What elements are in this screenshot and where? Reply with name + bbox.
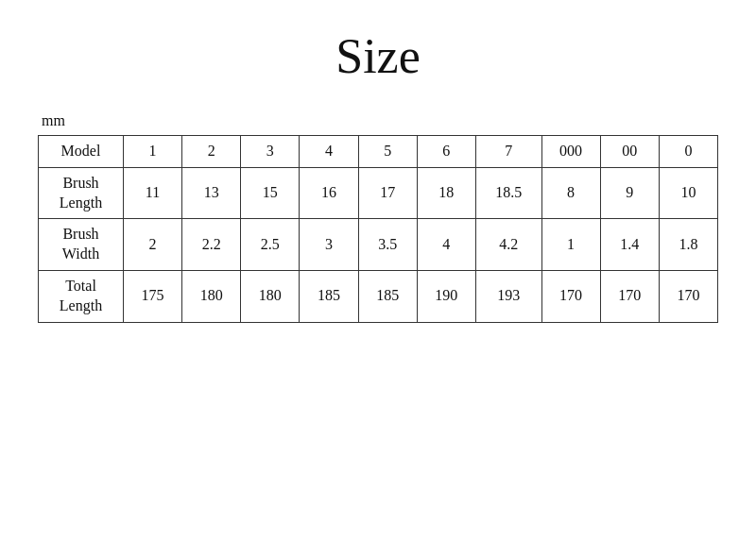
cell-row2-col9: 170 bbox=[659, 270, 717, 322]
cell-row1-col7: 1 bbox=[541, 219, 600, 271]
cell-row2-col0: 175 bbox=[124, 270, 182, 322]
cell-row1-col0: 2 bbox=[124, 219, 182, 271]
cell-row2-col7: 170 bbox=[541, 270, 600, 322]
cell-row2-col6: 193 bbox=[475, 270, 541, 322]
cell-row1-col5: 4 bbox=[417, 219, 475, 271]
column-header-5: 5 bbox=[358, 136, 417, 168]
cell-row0-col1: 13 bbox=[182, 167, 241, 219]
row-header-2: Total Length bbox=[39, 270, 124, 322]
cell-row2-col4: 185 bbox=[358, 270, 417, 322]
column-header-3: 3 bbox=[241, 136, 300, 168]
unit-label: mm bbox=[38, 112, 718, 129]
column-header-0: 0 bbox=[659, 136, 717, 168]
column-header-7: 7 bbox=[475, 136, 541, 168]
cell-row0-col8: 9 bbox=[600, 167, 659, 219]
cell-row2-col2: 180 bbox=[241, 270, 300, 322]
cell-row1-col4: 3.5 bbox=[358, 219, 417, 271]
cell-row0-col5: 18 bbox=[417, 167, 475, 219]
cell-row0-col7: 8 bbox=[541, 167, 600, 219]
cell-row1-col2: 2.5 bbox=[241, 219, 300, 271]
size-table: Model1234567000000Brush Length1113151617… bbox=[38, 135, 718, 323]
column-header-6: 6 bbox=[417, 136, 475, 168]
cell-row0-col2: 15 bbox=[241, 167, 300, 219]
column-header-4: 4 bbox=[300, 136, 358, 168]
cell-row0-col6: 18.5 bbox=[475, 167, 541, 219]
cell-row2-col1: 180 bbox=[182, 270, 241, 322]
column-header-2: 2 bbox=[182, 136, 241, 168]
cell-row1-col8: 1.4 bbox=[600, 219, 659, 271]
cell-row1-col3: 3 bbox=[300, 219, 358, 271]
column-header-00: 00 bbox=[600, 136, 659, 168]
cell-row0-col9: 10 bbox=[659, 167, 717, 219]
column-header-model: Model bbox=[39, 136, 124, 168]
cell-row1-col6: 4.2 bbox=[475, 219, 541, 271]
cell-row1-col1: 2.2 bbox=[182, 219, 241, 271]
cell-row2-col8: 170 bbox=[600, 270, 659, 322]
column-header-1: 1 bbox=[124, 136, 182, 168]
row-header-0: Brush Length bbox=[39, 167, 124, 219]
cell-row0-col3: 16 bbox=[300, 167, 358, 219]
page-title: Size bbox=[335, 28, 421, 84]
cell-row0-col4: 17 bbox=[358, 167, 417, 219]
cell-row2-col5: 190 bbox=[417, 270, 475, 322]
cell-row1-col9: 1.8 bbox=[659, 219, 717, 271]
cell-row2-col3: 185 bbox=[300, 270, 358, 322]
cell-row0-col0: 11 bbox=[124, 167, 182, 219]
row-header-1: Brush Width bbox=[39, 219, 124, 271]
column-header-000: 000 bbox=[541, 136, 600, 168]
